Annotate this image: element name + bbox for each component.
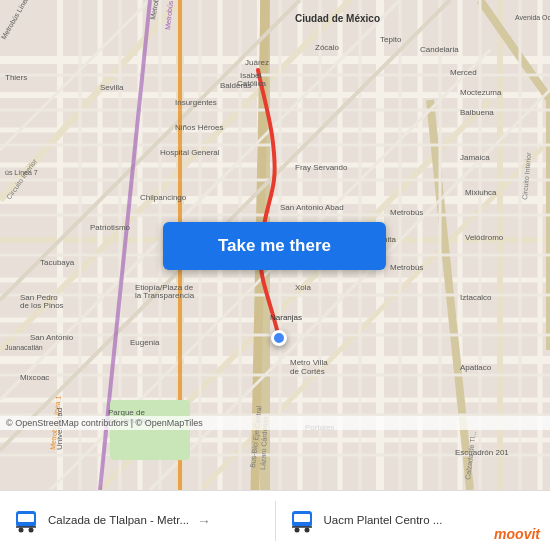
origin-stop[interactable]: Calzada de Tlalpan - Metr... → xyxy=(0,507,275,535)
svg-text:Jamaica: Jamaica xyxy=(460,153,490,162)
svg-text:Metrobús: Metrobús xyxy=(390,208,423,217)
svg-text:Balbuena: Balbuena xyxy=(460,108,494,117)
svg-text:de los Pinos: de los Pinos xyxy=(20,301,64,310)
svg-text:Eugenia: Eugenia xyxy=(130,338,160,347)
svg-text:Metrobús: Metrobús xyxy=(390,263,423,272)
destination-stop-name: Uacm Plantel Centro ... xyxy=(324,513,443,528)
svg-point-128 xyxy=(29,527,34,532)
transit-icon xyxy=(12,507,40,535)
svg-text:Juanacatlán: Juanacatlán xyxy=(5,344,43,351)
moovit-logo: moovit xyxy=(494,526,540,542)
take-me-there-button[interactable]: Take me there xyxy=(163,222,386,270)
svg-text:Moctezuma: Moctezuma xyxy=(460,88,502,97)
location-marker xyxy=(271,330,287,346)
svg-text:Candelaria: Candelaria xyxy=(420,45,459,54)
svg-text:Merced: Merced xyxy=(450,68,477,77)
svg-text:Ciudad de México: Ciudad de México xyxy=(295,13,380,24)
svg-text:Insurgentes: Insurgentes xyxy=(175,98,217,107)
svg-text:Naranjas: Naranjas xyxy=(270,313,302,322)
svg-text:Patriotismo: Patriotismo xyxy=(90,223,131,232)
svg-rect-131 xyxy=(294,514,310,522)
svg-text:San Antonio Abad: San Antonio Abad xyxy=(280,203,344,212)
svg-point-133 xyxy=(304,527,309,532)
svg-text:San Antonio: San Antonio xyxy=(30,333,74,342)
svg-text:Mixcoac: Mixcoac xyxy=(20,373,49,382)
svg-point-132 xyxy=(294,527,299,532)
svg-text:Juárez: Juárez xyxy=(245,58,269,67)
arrow-right-icon: → xyxy=(197,513,211,529)
svg-text:ús Línea 7: ús Línea 7 xyxy=(5,169,38,176)
svg-text:Thiers: Thiers xyxy=(5,73,27,82)
svg-text:Xola: Xola xyxy=(295,283,312,292)
svg-text:Escuadrón 201: Escuadrón 201 xyxy=(455,448,509,457)
svg-text:Avenida Oce: Avenida Oce xyxy=(515,14,550,21)
credit-text: © OpenStreetMap contributors | © OpenMap… xyxy=(6,418,203,428)
destination-transit-icon xyxy=(288,507,316,535)
svg-text:Tacubaya: Tacubaya xyxy=(40,258,75,267)
svg-text:Velódromo: Velódromo xyxy=(465,233,504,242)
svg-text:Mixiuhca: Mixiuhca xyxy=(465,188,497,197)
svg-text:Hospital General: Hospital General xyxy=(160,148,220,157)
svg-text:la Transparencia: la Transparencia xyxy=(135,291,195,300)
svg-text:Católica: Católica xyxy=(237,79,266,88)
svg-text:Apatlaco: Apatlaco xyxy=(460,363,492,372)
map-credit: © OpenStreetMap contributors | © OpenMap… xyxy=(0,416,550,430)
svg-point-127 xyxy=(19,527,24,532)
origin-stop-name: Calzada de Tlalpan - Metr... xyxy=(48,513,189,528)
svg-text:Iztacalco: Iztacalco xyxy=(460,293,492,302)
svg-rect-126 xyxy=(18,514,34,522)
svg-text:Niños Héroes: Niños Héroes xyxy=(175,123,223,132)
svg-text:Sevilla: Sevilla xyxy=(100,83,124,92)
svg-text:Tepito: Tepito xyxy=(380,35,402,44)
bottom-navigation-bar: Calzada de Tlalpan - Metr... → Uacm Plan… xyxy=(0,490,550,550)
svg-text:Metro Villa: Metro Villa xyxy=(290,358,328,367)
svg-text:Chilpancingo: Chilpancingo xyxy=(140,193,187,202)
svg-text:Fray Servando: Fray Servando xyxy=(295,163,348,172)
svg-text:Zócalo: Zócalo xyxy=(315,43,340,52)
map-container: Ciudad de México Tepito Zócalo Candelari… xyxy=(0,0,550,490)
svg-text:de Cortés: de Cortés xyxy=(290,367,325,376)
